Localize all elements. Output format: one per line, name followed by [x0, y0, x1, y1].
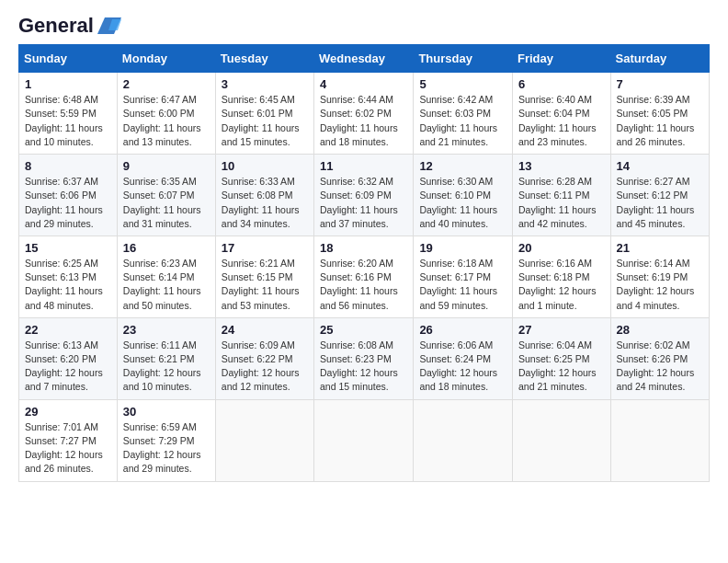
logo-icon [96, 16, 123, 36]
day-number: 30 [123, 405, 210, 419]
day-number: 13 [518, 159, 605, 173]
day-info: Sunrise: 6:44 AMSunset: 6:02 PMDaylight:… [320, 93, 407, 149]
day-info: Sunrise: 6:33 AMSunset: 6:08 PMDaylight:… [222, 175, 308, 231]
calendar-week-row: 1 Sunrise: 6:48 AMSunset: 5:59 PMDayligh… [19, 73, 710, 155]
day-info: Sunrise: 6:25 AMSunset: 6:13 PMDaylight:… [25, 257, 111, 313]
day-info: Sunrise: 6:18 AMSunset: 6:17 PMDaylight:… [419, 257, 506, 313]
day-number: 9 [123, 159, 210, 173]
day-info: Sunrise: 6:32 AMSunset: 6:09 PMDaylight:… [320, 175, 407, 231]
calendar-cell: 22 Sunrise: 6:13 AMSunset: 6:20 PMDaylig… [19, 317, 118, 399]
day-number: 22 [25, 323, 111, 337]
day-info: Sunrise: 6:47 AMSunset: 6:00 PMDaylight:… [123, 93, 210, 149]
calendar-cell: 21 Sunrise: 6:14 AMSunset: 6:19 PMDaylig… [610, 236, 709, 317]
day-number: 4 [320, 77, 407, 91]
day-info: Sunrise: 6:02 AMSunset: 6:26 PMDaylight:… [617, 339, 703, 395]
day-info: Sunrise: 6:21 AMSunset: 6:15 PMDaylight:… [222, 257, 308, 313]
calendar-cell: 7 Sunrise: 6:39 AMSunset: 6:05 PMDayligh… [610, 73, 709, 155]
calendar-cell [215, 399, 313, 481]
calendar-cell: 10 Sunrise: 6:33 AMSunset: 6:08 PMDaylig… [215, 155, 313, 236]
day-info: Sunrise: 6:27 AMSunset: 6:12 PMDaylight:… [617, 175, 703, 231]
logo: General [18, 15, 123, 37]
calendar-cell [512, 399, 610, 481]
weekday-header-friday: Friday [512, 45, 610, 73]
calendar-cell: 2 Sunrise: 6:47 AMSunset: 6:00 PMDayligh… [117, 73, 215, 155]
page-header: General [18, 15, 710, 37]
day-number: 25 [320, 323, 407, 337]
calendar-cell [610, 399, 709, 481]
day-number: 7 [617, 77, 703, 91]
calendar-cell [314, 399, 414, 481]
day-info: Sunrise: 6:08 AMSunset: 6:23 PMDaylight:… [320, 339, 407, 395]
calendar-cell: 20 Sunrise: 6:16 AMSunset: 6:18 PMDaylig… [512, 236, 610, 317]
day-info: Sunrise: 6:37 AMSunset: 6:06 PMDaylight:… [25, 175, 111, 231]
calendar-cell: 27 Sunrise: 6:04 AMSunset: 6:25 PMDaylig… [512, 317, 610, 399]
day-info: Sunrise: 6:11 AMSunset: 6:21 PMDaylight:… [123, 339, 210, 395]
calendar-cell: 19 Sunrise: 6:18 AMSunset: 6:17 PMDaylig… [414, 236, 513, 317]
day-number: 17 [222, 241, 308, 255]
calendar-cell: 24 Sunrise: 6:09 AMSunset: 6:22 PMDaylig… [215, 317, 313, 399]
calendar-cell: 9 Sunrise: 6:35 AMSunset: 6:07 PMDayligh… [117, 155, 215, 236]
day-info: Sunrise: 6:39 AMSunset: 6:05 PMDaylight:… [617, 93, 703, 149]
day-number: 16 [123, 241, 210, 255]
day-info: Sunrise: 6:09 AMSunset: 6:22 PMDaylight:… [222, 339, 308, 395]
day-info: Sunrise: 6:40 AMSunset: 6:04 PMDaylight:… [518, 93, 605, 149]
day-info: Sunrise: 6:35 AMSunset: 6:07 PMDaylight:… [123, 175, 210, 231]
day-number: 8 [25, 159, 111, 173]
day-number: 3 [222, 77, 308, 91]
day-info: Sunrise: 6:20 AMSunset: 6:16 PMDaylight:… [320, 257, 407, 313]
weekday-header-wednesday: Wednesday [314, 45, 414, 73]
day-info: Sunrise: 6:30 AMSunset: 6:10 PMDaylight:… [419, 175, 506, 231]
calendar-cell: 16 Sunrise: 6:23 AMSunset: 6:14 PMDaylig… [117, 236, 215, 317]
day-number: 21 [617, 241, 703, 255]
day-info: Sunrise: 6:45 AMSunset: 6:01 PMDaylight:… [222, 93, 308, 149]
calendar-cell: 26 Sunrise: 6:06 AMSunset: 6:24 PMDaylig… [414, 317, 513, 399]
calendar-table: SundayMondayTuesdayWednesdayThursdayFrid… [18, 44, 710, 481]
weekday-header-sunday: Sunday [19, 45, 118, 73]
calendar-cell: 14 Sunrise: 6:27 AMSunset: 6:12 PMDaylig… [610, 155, 709, 236]
day-number: 2 [123, 77, 210, 91]
day-info: Sunrise: 7:01 AMSunset: 7:27 PMDaylight:… [25, 420, 111, 477]
day-number: 23 [123, 323, 210, 337]
day-info: Sunrise: 6:28 AMSunset: 6:11 PMDaylight:… [518, 175, 605, 231]
calendar-week-row: 29 Sunrise: 7:01 AMSunset: 7:27 PMDaylig… [19, 399, 710, 481]
weekday-header-monday: Monday [117, 45, 215, 73]
day-number: 18 [320, 241, 407, 255]
day-number: 6 [518, 77, 605, 91]
day-number: 28 [617, 323, 703, 337]
day-number: 29 [25, 405, 111, 419]
calendar-cell: 6 Sunrise: 6:40 AMSunset: 6:04 PMDayligh… [512, 73, 610, 155]
calendar-cell: 3 Sunrise: 6:45 AMSunset: 6:01 PMDayligh… [215, 73, 313, 155]
weekday-header-saturday: Saturday [610, 45, 709, 73]
day-number: 15 [25, 241, 111, 255]
day-number: 27 [518, 323, 605, 337]
calendar-cell: 15 Sunrise: 6:25 AMSunset: 6:13 PMDaylig… [19, 236, 118, 317]
day-info: Sunrise: 6:13 AMSunset: 6:20 PMDaylight:… [25, 339, 111, 395]
day-number: 1 [25, 77, 111, 91]
day-info: Sunrise: 6:16 AMSunset: 6:18 PMDaylight:… [518, 257, 605, 313]
calendar-cell: 11 Sunrise: 6:32 AMSunset: 6:09 PMDaylig… [314, 155, 414, 236]
calendar-cell: 28 Sunrise: 6:02 AMSunset: 6:26 PMDaylig… [610, 317, 709, 399]
day-info: Sunrise: 6:06 AMSunset: 6:24 PMDaylight:… [419, 339, 506, 395]
day-number: 20 [518, 241, 605, 255]
day-number: 5 [419, 77, 506, 91]
calendar-cell: 29 Sunrise: 7:01 AMSunset: 7:27 PMDaylig… [19, 399, 118, 481]
calendar-cell: 23 Sunrise: 6:11 AMSunset: 6:21 PMDaylig… [117, 317, 215, 399]
calendar-cell: 4 Sunrise: 6:44 AMSunset: 6:02 PMDayligh… [314, 73, 414, 155]
weekday-header-thursday: Thursday [414, 45, 513, 73]
calendar-cell: 25 Sunrise: 6:08 AMSunset: 6:23 PMDaylig… [314, 317, 414, 399]
day-info: Sunrise: 6:04 AMSunset: 6:25 PMDaylight:… [518, 339, 605, 395]
day-info: Sunrise: 6:59 AMSunset: 7:29 PMDaylight:… [123, 420, 210, 477]
logo-text: General [18, 15, 94, 37]
calendar-cell: 1 Sunrise: 6:48 AMSunset: 5:59 PMDayligh… [19, 73, 118, 155]
calendar-week-row: 15 Sunrise: 6:25 AMSunset: 6:13 PMDaylig… [19, 236, 710, 317]
day-info: Sunrise: 6:14 AMSunset: 6:19 PMDaylight:… [617, 257, 703, 313]
day-number: 26 [419, 323, 506, 337]
calendar-cell: 30 Sunrise: 6:59 AMSunset: 7:29 PMDaylig… [117, 399, 215, 481]
day-number: 12 [419, 159, 506, 173]
day-info: Sunrise: 6:42 AMSunset: 6:03 PMDaylight:… [419, 93, 506, 149]
calendar-cell: 17 Sunrise: 6:21 AMSunset: 6:15 PMDaylig… [215, 236, 313, 317]
day-number: 19 [419, 241, 506, 255]
day-info: Sunrise: 6:48 AMSunset: 5:59 PMDaylight:… [25, 93, 111, 149]
day-info: Sunrise: 6:23 AMSunset: 6:14 PMDaylight:… [123, 257, 210, 313]
calendar-cell: 18 Sunrise: 6:20 AMSunset: 6:16 PMDaylig… [314, 236, 414, 317]
